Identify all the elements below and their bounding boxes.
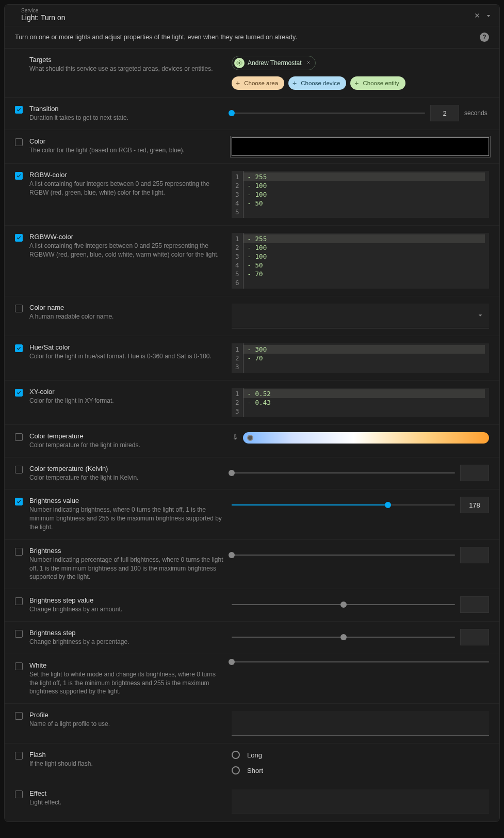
color-checkbox[interactable] [15, 138, 23, 146]
brightness-pct-slider[interactable] [232, 555, 455, 556]
choose-device-button[interactable]: +Choose device [288, 76, 346, 90]
target-chip-label: Andrew Thermostat [248, 59, 302, 67]
color-name-desc: A human readable color name. [29, 312, 225, 321]
help-icon[interactable]: ? [480, 33, 489, 42]
xy-checkbox[interactable] [15, 389, 23, 397]
hs-desc: Color for the light in hue/sat format. H… [29, 352, 225, 361]
kelvin-slider[interactable] [232, 472, 455, 473]
color-temp-kelvin-checkbox[interactable] [15, 466, 23, 473]
effect-checkbox[interactable] [15, 790, 23, 798]
target-entity-chip[interactable]: Andrew Thermostat [232, 56, 316, 70]
svg-point-0 [238, 62, 240, 64]
brightness-pct-checkbox[interactable] [15, 548, 23, 556]
xy-yaml-editor[interactable]: 123 - 0.52 - 0.43 [232, 388, 489, 417]
color-temp-checkbox[interactable] [15, 433, 23, 441]
effect-title: Effect [29, 789, 225, 797]
profile-title: Profile [29, 711, 225, 719]
rgbw-title: RGBW-color [29, 171, 225, 179]
color-temp-title: Color temperature [29, 432, 225, 440]
brightness-step-pct-title: Brightness step [29, 629, 225, 637]
service-dropdown-icon[interactable] [486, 12, 491, 20]
flash-row: Flash If the light should flash. Long Sh… [5, 744, 499, 782]
rgbww-row: RGBWW-color A list containing five integ… [5, 226, 499, 296]
transition-desc: Duration it takes to get to next state. [29, 114, 225, 122]
targets-title: Targets [29, 56, 225, 64]
choose-area-label: Choose area [244, 80, 278, 86]
color-name-title: Color name [29, 304, 225, 311]
white-title: White [29, 661, 225, 669]
kelvin-value-input[interactable]: . [460, 465, 489, 481]
brightness-pct-title: Brightness [29, 547, 225, 555]
service-description-row: Turn on one or more lights and adjust pr… [5, 26, 499, 49]
brightness-step-checkbox[interactable] [15, 597, 23, 605]
brightness-step-pct-checkbox[interactable] [15, 630, 23, 638]
rgbww-checkbox[interactable] [15, 234, 23, 242]
rgbww-title: RGBWW-color [29, 233, 225, 241]
choose-entity-button[interactable]: +Choose entity [350, 76, 405, 90]
flash-long-label: Long [247, 751, 262, 759]
white-slider[interactable] [232, 661, 489, 662]
service-value[interactable]: Light: Turn on [21, 13, 474, 25]
flash-short-radio[interactable] [232, 766, 240, 774]
brightness-step-row: Brightness step value Change brightness … [5, 589, 499, 622]
profile-row: Profile Name of a light profile to use. [5, 704, 499, 744]
xy-desc: Color for the light in XY-format. [29, 397, 225, 405]
flash-checkbox[interactable] [15, 752, 23, 760]
color-desc: The color for the light (based on RGB - … [29, 146, 225, 155]
brightness-step-input[interactable]: . [460, 596, 489, 613]
brightness-step-pct-slider[interactable] [232, 637, 455, 638]
rgbw-yaml-editor[interactable]: 12345 - 255 - 100 - 100 - 50 [232, 171, 489, 218]
brightness-step-pct-row: Brightness step Change brightness by a p… [5, 622, 499, 654]
brightness-pct-input[interactable]: . [460, 547, 489, 563]
color-name-select[interactable] [232, 304, 489, 328]
color-temp-kelvin-title: Color temperature (Kelvin) [29, 465, 225, 472]
rgbww-yaml-editor[interactable]: 123456 - 255 - 100 - 100 - 50 - 70 [232, 233, 489, 289]
color-row: Color The color for the light (based on … [5, 130, 499, 164]
profile-input[interactable] [232, 711, 489, 736]
color-picker-input[interactable] [232, 137, 489, 156]
brightness-value-input[interactable]: 178 [460, 497, 489, 513]
brightness-step-pct-input[interactable]: . [460, 629, 489, 645]
transition-slider[interactable] [232, 113, 425, 114]
service-call-panel: Service Light: Turn on Turn on one or mo… [4, 4, 500, 822]
svg-line-7 [237, 64, 238, 65]
effect-select[interactable] [232, 789, 489, 814]
white-checkbox[interactable] [15, 662, 23, 670]
color-temp-row: Color temperature Color temperature for … [5, 425, 499, 457]
brightness-value-slider[interactable] [232, 504, 455, 505]
thermostat-icon [234, 58, 245, 68]
color-temp-kelvin-desc: Color temperature for the light in Kelvi… [29, 473, 225, 482]
chevron-down-icon [478, 313, 483, 318]
xy-title: XY-color [29, 388, 225, 396]
rgbw-desc: A list containing four integers between … [29, 180, 225, 197]
brightness-value-checkbox[interactable] [15, 498, 23, 505]
service-selector-row: Service Light: Turn on [5, 5, 499, 26]
color-title: Color [29, 137, 225, 145]
clear-service-icon[interactable] [474, 12, 481, 21]
flash-short-label: Short [247, 767, 263, 774]
svg-line-5 [237, 61, 238, 62]
flash-long-radio[interactable] [232, 751, 240, 759]
effect-row: Effect Light effect. [5, 782, 499, 821]
brightness-step-desc: Change brightness by an amount. [29, 605, 225, 614]
color-temp-slider[interactable] [243, 432, 489, 444]
remove-target-icon[interactable] [306, 59, 311, 67]
hs-checkbox[interactable] [15, 344, 23, 352]
transition-checkbox[interactable] [15, 106, 23, 114]
profile-desc: Name of a light profile to use. [29, 720, 225, 729]
choose-area-button[interactable]: +Choose area [232, 76, 284, 90]
flash-title: Flash [29, 751, 225, 758]
color-name-checkbox[interactable] [15, 305, 23, 312]
hs-title: Hue/Sat color [29, 343, 225, 351]
color-temp-desc: Color temperature for the light in mired… [29, 441, 225, 450]
hs-yaml-editor[interactable]: 123 - 300 - 70 [232, 343, 489, 373]
effect-desc: Light effect. [29, 798, 225, 807]
transition-value-input[interactable]: 2 [430, 105, 459, 121]
brightness-step-slider[interactable] [232, 604, 455, 605]
transition-row: Transition Duration it takes to get to n… [5, 98, 499, 130]
transition-title: Transition [29, 105, 225, 113]
profile-checkbox[interactable] [15, 712, 23, 720]
svg-line-6 [240, 64, 241, 65]
brightness-pct-row: Brightness Number indicating percentage … [5, 540, 499, 589]
rgbw-checkbox[interactable] [15, 172, 23, 180]
